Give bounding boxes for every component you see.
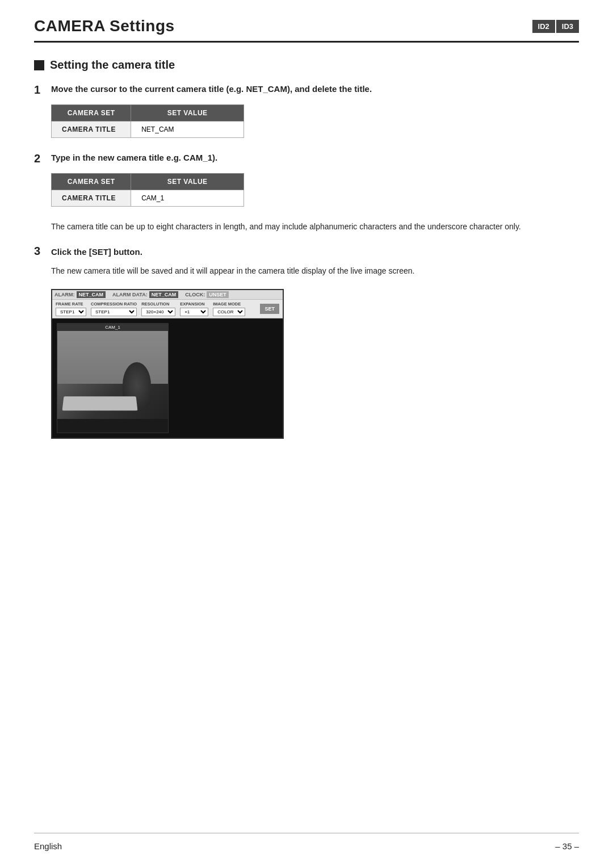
header-bar: CAMERA Settings ID2 ID3 (34, 17, 579, 43)
id2-badge: ID2 (532, 20, 555, 33)
alarm-data-item: ALARM DATA: NET_CAM (112, 291, 178, 298)
step-1-text: Move the cursor to the current camera ti… (51, 83, 372, 95)
expansion-label: EXPANSION (180, 301, 208, 307)
footer-language: English (34, 841, 62, 851)
section-title-text: Setting the camera title (50, 58, 175, 72)
alarm-value: NET_CAM (77, 291, 106, 298)
image-mode-select[interactable]: COLOR (213, 308, 245, 316)
alarm-item: ALARM: NET_CAM (54, 291, 106, 298)
cam-wall (57, 331, 168, 384)
step-3-text: Click the [SET] button. (51, 246, 142, 258)
step-2-header: 2 Type in the new camera title e.g. CAM_… (34, 152, 579, 165)
cam-display: CAM_1 (57, 323, 169, 433)
screenshot-image-area: CAM_1 (52, 318, 283, 438)
set-button[interactable]: SET (260, 304, 279, 314)
image-mode-label: IMAGE MODE (213, 301, 245, 307)
step-1-header: 1 Move the cursor to the current camera … (34, 83, 579, 97)
expansion-group: EXPANSION ×1 (180, 301, 208, 316)
clock-item: CLOCK: UNSET (185, 291, 229, 298)
frame-rate-label: FRAME RATE (56, 301, 86, 307)
clock-label: CLOCK: (185, 292, 205, 297)
cam-image (57, 331, 168, 419)
resolution-label: RESOLUTION (141, 301, 175, 307)
footer-page: – 35 – (555, 841, 579, 851)
alarm-data-label: ALARM DATA: (112, 292, 148, 297)
step-2-row-label: CAMERA TITLE (52, 190, 131, 207)
resolution-select[interactable]: 320×240 (141, 308, 175, 316)
cam-title-bar: CAM_1 (57, 324, 168, 331)
clock-value: UNSET (207, 291, 229, 298)
step-2: 2 Type in the new camera title e.g. CAM_… (34, 152, 579, 207)
screenshot-top-bar: ALARM: NET_CAM ALARM DATA: NET_CAM CLOCK… (52, 290, 283, 299)
step-1-row-value (131, 121, 244, 138)
cam-image-sim (57, 331, 168, 419)
step-2-row-value (131, 190, 244, 207)
step-2-number: 2 (34, 152, 47, 165)
step-1-col2-header: SET VALUE (131, 105, 244, 121)
step-2-col2-header: SET VALUE (131, 174, 244, 190)
footer: English – 35 – (34, 833, 579, 851)
step-1: 1 Move the cursor to the current camera … (34, 83, 579, 138)
step-1-value-input[interactable] (141, 125, 233, 133)
frame-rate-group: FRAME RATE STEP1 (56, 301, 86, 316)
compression-group: COMPRESSION RATIO STEP1 (91, 301, 137, 316)
step-3-number: 3 (34, 244, 47, 258)
compression-select[interactable]: STEP1 (91, 308, 137, 316)
step-3-description: The new camera title will be saved and i… (51, 265, 579, 277)
compression-label: COMPRESSION RATIO (91, 301, 137, 307)
id3-badge: ID3 (556, 20, 579, 33)
step-2-value-input[interactable] (141, 194, 233, 202)
cam-table (62, 396, 138, 410)
frame-rate-select[interactable]: STEP1 (56, 308, 86, 316)
step-3: 3 Click the [SET] button. The new camera… (34, 244, 579, 438)
step-2-col1-header: CAMERA SET (52, 174, 131, 190)
expansion-select[interactable]: ×1 (180, 308, 208, 316)
body-text: The camera title can be up to eight char… (51, 220, 579, 233)
id-badges: ID2 ID3 (532, 20, 579, 33)
alarm-label: ALARM: (54, 292, 75, 297)
step-3-header: 3 Click the [SET] button. (34, 244, 579, 258)
resolution-group: RESOLUTION 320×240 (141, 301, 175, 316)
step-1-row-label: CAMERA TITLE (52, 121, 131, 138)
step-2-text: Type in the new camera title e.g. CAM_1)… (51, 152, 217, 163)
screenshot-container: ALARM: NET_CAM ALARM DATA: NET_CAM CLOCK… (51, 289, 284, 439)
step-2-table: CAMERA SET SET VALUE CAMERA TITLE (51, 173, 244, 207)
image-mode-group: IMAGE MODE COLOR (213, 301, 245, 316)
step-1-table: CAMERA SET SET VALUE CAMERA TITLE (51, 104, 244, 138)
section-title: Setting the camera title (34, 58, 579, 72)
step-1-col1-header: CAMERA SET (52, 105, 131, 121)
section-icon (34, 60, 44, 70)
step-1-number: 1 (34, 83, 47, 97)
alarm-data-value: NET_CAM (149, 291, 179, 298)
page-title: CAMERA Settings (34, 17, 175, 35)
screenshot-controls: FRAME RATE STEP1 COMPRESSION RATIO STEP1… (52, 299, 283, 318)
